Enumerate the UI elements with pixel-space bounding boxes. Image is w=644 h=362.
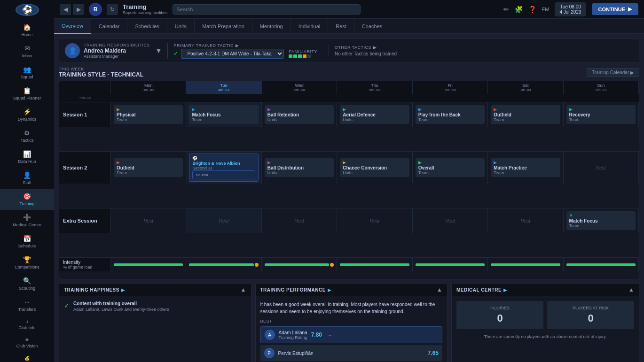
outfield-s2-icon: ▶ — [117, 160, 180, 165]
session1-mon[interactable]: ▶ Physical Team — [111, 102, 186, 127]
tab-rest[interactable]: Rest — [328, 19, 354, 34]
happiness-toggle-icon[interactable]: ▲ — [241, 286, 246, 293]
tactic-check-icon: ✓ — [173, 50, 178, 57]
player-2-item[interactable]: P Pervis Estupiñán 7.65 — [260, 345, 443, 361]
tab-calendar[interactable]: Calendar — [91, 19, 128, 34]
tab-schedules[interactable]: Schedules — [127, 19, 167, 34]
nav-prev-button[interactable]: ◀ — [60, 4, 71, 15]
calendar-header-tue: Tue4th Jul — [186, 81, 261, 94]
club-badge: B — [89, 3, 102, 16]
player-2-rating: 7.65 — [428, 350, 439, 356]
session2-sat[interactable]: ▶ Match Practice Team — [488, 152, 563, 184]
session1-thu[interactable]: ▶ Aerial Defence Units — [337, 102, 412, 127]
session1-sun[interactable]: ▶ Recovery Team — [564, 102, 639, 127]
aerial-defence-card[interactable]: ▶ Aerial Defence Units — [340, 105, 409, 124]
intensity-bar-sun — [566, 263, 636, 266]
calendar-header-mon: Mon3rd Jul — [111, 81, 186, 94]
continue-button[interactable]: CONTINUE ▶ — [592, 3, 638, 15]
extra-extra — [59, 233, 111, 257]
session1-fri[interactable]: ▶ Play from the Back Team — [413, 102, 488, 127]
intensity-fri — [413, 258, 488, 271]
puzzle-icon[interactable]: 🧩 — [515, 6, 523, 13]
sidebar-item-squad[interactable]: 👥 Squad — [0, 62, 54, 83]
tab-units[interactable]: Units — [167, 19, 195, 34]
sidebar-item-schedule[interactable]: 📅 Schedule — [0, 231, 54, 252]
edit-icon[interactable]: ✏ — [503, 6, 509, 13]
calendar-header-sun: Sun8th Jul — [564, 81, 639, 94]
medical-icon: ➕ — [23, 214, 31, 221]
resp-avatar: 👤 — [65, 43, 80, 58]
week-style-label: TRAINING STYLE - TECHNICAL — [59, 71, 143, 78]
match-focus-card-tue[interactable]: ▶ Match Focus Team — [189, 105, 258, 124]
training-calendar-button[interactable]: Training Calendar ▶ — [587, 68, 639, 77]
brighton-friendly-card[interactable]: ⚽ Brighton & Hove Albion Second XI Neutr… — [189, 154, 258, 182]
ball-retention-card[interactable]: ▶ Ball Retention Units — [265, 105, 334, 124]
performance-text: It has been a good week overall in train… — [260, 301, 443, 315]
intensity-sun — [564, 258, 639, 271]
sidebar-item-medical[interactable]: ➕ Medical Centre — [0, 210, 54, 231]
sidebar-item-staff[interactable]: 👤 Staff — [0, 168, 54, 189]
intensity-dot-wed — [330, 263, 334, 267]
sidebar-item-squad-planner[interactable]: 📋 Squad Planner — [0, 83, 54, 104]
medical-arrow-icon[interactable]: ▶ — [503, 287, 507, 293]
outfield-card-s1[interactable]: ▶ Outfield Team — [491, 105, 560, 124]
resp-section-label: TRAINING RESPONSIBILITIES — [84, 43, 150, 47]
nav-refresh-button[interactable]: ↻ — [107, 4, 118, 15]
sidebar-item-data-hub[interactable]: 📊 Data Hub — [0, 146, 54, 168]
calendar-header-row: Mon3rd Jul Tue4th Jul Wed4th Jul Thu5th … — [59, 81, 639, 102]
performance-toggle-icon[interactable]: ▲ — [437, 286, 442, 293]
top-player-item[interactable]: A Adam Lallana Training Rating 7.80 → — [260, 326, 443, 343]
sidebar-item-scouting[interactable]: 🔍 Scouting — [0, 273, 54, 294]
recovery-card[interactable]: ▶ Recovery Team — [566, 105, 636, 124]
chance-conversion-card[interactable]: ▶ Chance Conversion Units — [340, 158, 409, 177]
nav-next-button[interactable]: ▶ — [73, 4, 84, 15]
session2-wed[interactable]: ▶ Ball Distribution Units — [262, 152, 337, 184]
sidebar-item-transfers[interactable]: ↔ Transfers — [0, 294, 54, 316]
performance-arrow-icon[interactable]: ▶ — [328, 287, 331, 293]
sidebar-item-training[interactable]: 🎯 Training — [0, 189, 54, 210]
tab-individual[interactable]: Individual — [291, 19, 328, 34]
session2-fri[interactable]: ▶ Overall Team — [413, 152, 488, 184]
sidebar-item-club-vision[interactable]: 👁 Club Vision — [0, 334, 54, 352]
familiarity-section: FAMILIARITY — [289, 49, 317, 58]
sidebar-item-home[interactable]: 🏠 Home — [0, 20, 54, 41]
sidebar-item-dynamics[interactable]: ⚡ Dynamics — [0, 104, 54, 125]
sidebar-item-club-info[interactable]: ℹ Club Info — [0, 316, 54, 334]
search-input[interactable] — [173, 4, 361, 15]
sidebar-item-tactics[interactable]: ⚙ Tactics — [0, 125, 54, 146]
chanceconv-icon: ▶ — [343, 160, 406, 165]
tab-match-prep[interactable]: Match Preparation — [195, 19, 252, 34]
resp-expand-icon[interactable]: ▼ — [156, 47, 162, 54]
tab-mentoring[interactable]: Mentoring — [252, 19, 291, 34]
sidebar-item-inbox[interactable]: ✉ Inbox — [0, 41, 54, 62]
match-practice-card[interactable]: ▶ Match Practice Team — [491, 158, 560, 177]
session2-thu[interactable]: ▶ Chance Conversion Units — [337, 152, 412, 184]
session1-sat[interactable]: ▶ Outfield Team — [488, 102, 563, 127]
tab-coaches[interactable]: Coaches — [354, 19, 390, 34]
extra-sun[interactable]: ▼ Match Focus Team — [564, 208, 639, 233]
session1-wed[interactable]: ▶ Ball Retention Units — [262, 102, 337, 127]
sidebar-item-finances[interactable]: 💰 Finances — [0, 352, 54, 362]
ball-distribution-card[interactable]: ▶ Ball Distribution Units — [265, 158, 334, 177]
medical-toggle-icon[interactable]: ▲ — [628, 286, 634, 293]
tactic-select[interactable]: Positive 4-2-3-1 DM AM Wide - Tiki-Taka — [181, 49, 284, 59]
injuries-value: 0 — [461, 312, 539, 324]
outfield-card-s2[interactable]: ▶ Outfield Team — [114, 158, 183, 177]
match-focus-card-sun[interactable]: ▼ Match Focus Team — [566, 211, 636, 230]
intensity-mon — [111, 258, 186, 271]
bottom-panels: TRAINING HAPPINESS ▶ ▲ ✓ Content with tr… — [59, 283, 639, 362]
happiness-arrow-icon[interactable]: ▶ — [121, 287, 125, 293]
sidebar-item-competitions[interactable]: 🏆 Competitions — [0, 252, 54, 273]
overall-card[interactable]: ▶ Overall Team — [416, 158, 485, 177]
inbox-icon: ✉ — [24, 45, 30, 52]
help-icon[interactable]: ❓ — [528, 6, 536, 13]
session2-tue[interactable]: ⚽ Brighton & Hove Albion Second XI Neutr… — [186, 152, 261, 184]
physical-card[interactable]: ▶ Physical Team — [114, 105, 183, 124]
calendar-header-wed: Wed4th Jul — [262, 81, 337, 94]
calendar-header-fri: Fri6th Jul — [413, 81, 488, 94]
session2-mon[interactable]: ▶ Outfield Team — [111, 152, 186, 184]
tab-overview[interactable]: Overview — [54, 19, 91, 34]
medical-note: There are currently no players with an a… — [456, 334, 634, 345]
play-from-back-card[interactable]: ▶ Play from the Back Team — [416, 105, 485, 124]
session1-tue[interactable]: ▶ Match Focus Team — [186, 102, 261, 127]
